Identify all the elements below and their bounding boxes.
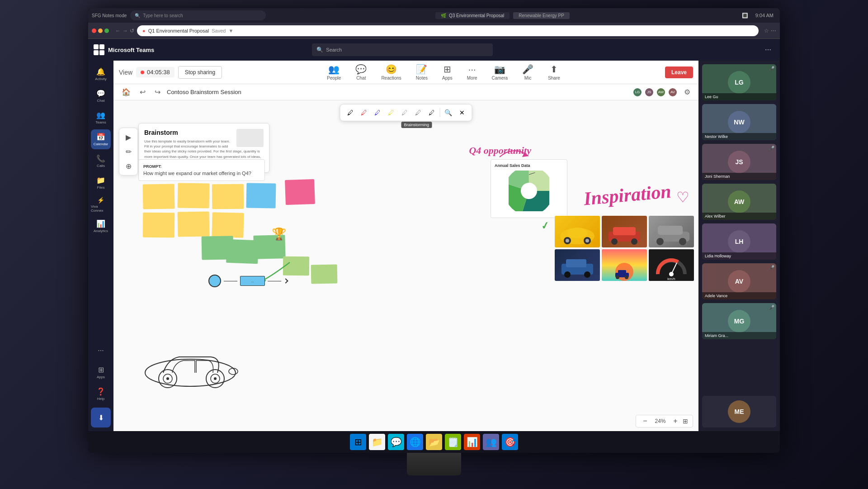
- taskbar-ppt-btn[interactable]: 📊: [464, 434, 480, 450]
- people-btn[interactable]: 👥 People: [323, 62, 344, 82]
- nav-redo-btn[interactable]: ↪: [152, 87, 163, 97]
- participant-card-lee-gu[interactable]: LG Lee Gu 🎤: [702, 64, 776, 100]
- taskbar-teams-btn[interactable]: 👥: [483, 434, 499, 450]
- participant-card-nestor[interactable]: NW Nestor Wilke: [702, 104, 776, 140]
- nav-home-btn[interactable]: 🏠: [119, 87, 133, 97]
- browser-close-btn[interactable]: [92, 28, 96, 33]
- taskbar-chat-btn[interactable]: 💬: [388, 434, 404, 450]
- notes-btn[interactable]: 📝 Notes: [412, 62, 431, 82]
- share-btn[interactable]: ⬆ Share: [544, 62, 564, 82]
- more-btn[interactable]: ··· More: [463, 62, 481, 82]
- sticky-lime-2[interactable]: [311, 264, 338, 284]
- sidebar-item-calendar[interactable]: 📅 Calendar: [91, 129, 111, 149]
- sidebar-item-calls[interactable]: 📞 Calls: [91, 151, 111, 171]
- sidebar-item-viva[interactable]: ⚡ Viva Connex: [91, 195, 111, 214]
- windows-search-bar[interactable]: 🔍 Type here to search: [130, 10, 266, 20]
- taskbar-extra-btn[interactable]: 🎯: [502, 434, 518, 450]
- tool-pen-dark[interactable]: 🖊: [426, 107, 437, 118]
- sidebar-item-more[interactable]: ···: [91, 341, 111, 361]
- sidebar-item-files[interactable]: 📁 Files: [91, 173, 111, 193]
- teams-settings-btn[interactable]: ⋯: [762, 43, 774, 56]
- win-minimize[interactable]: 🔳: [739, 12, 751, 19]
- sidebar-item-apps[interactable]: ⊞ Apps: [91, 362, 111, 382]
- browser-max-btn[interactable]: [104, 28, 109, 33]
- sidebar-download-item[interactable]: ⬇: [91, 408, 111, 427]
- sticky-yellow-3[interactable]: [212, 184, 244, 209]
- tool-pen-light[interactable]: 🖊: [399, 107, 410, 118]
- chat-btn[interactable]: 💬 Chat: [352, 62, 370, 82]
- tool-pen-black[interactable]: 🖊: [345, 107, 356, 118]
- browser-tab-1[interactable]: 🌿 Q3 Environmental Proposal: [435, 12, 509, 19]
- sidebar-item-activity[interactable]: 🔔 Activity: [91, 64, 111, 84]
- sidebar-item-analytics[interactable]: 📊 Analytics: [91, 216, 111, 236]
- wb-avatar-1: LG: [632, 87, 642, 97]
- tool-pencil[interactable]: ✏: [122, 145, 135, 158]
- sticky-yellow-4[interactable]: [143, 213, 175, 238]
- win-controls[interactable]: 🔳 9:04 AM: [739, 12, 776, 19]
- zoom-out-btn[interactable]: −: [641, 417, 650, 425]
- zoom-in-btn[interactable]: +: [671, 417, 680, 425]
- svg-point-24: [584, 271, 590, 278]
- camera-btn[interactable]: 📷 Camera: [488, 62, 512, 82]
- participant-card-joni[interactable]: JS Joni Sherman 🎤: [702, 144, 776, 180]
- mic-btn[interactable]: 🎤 Mic: [519, 62, 537, 82]
- taskbar-folder-btn[interactable]: 📂: [426, 434, 442, 450]
- car-img-vintage: [649, 216, 694, 247]
- browser-reload[interactable]: ↺: [130, 28, 134, 34]
- sales-chart[interactable]: Annual Sales Data: [491, 159, 567, 218]
- participant-name-adele: Adele Vance: [702, 292, 776, 299]
- tool-pen-yellow[interactable]: 🖊: [386, 107, 396, 118]
- sticky-pink-1[interactable]: [285, 179, 315, 205]
- view-btn[interactable]: View: [119, 69, 132, 76]
- sticky-yellow-1[interactable]: [143, 184, 175, 209]
- flow-box: ...: [240, 276, 265, 286]
- tool-search[interactable]: 🔍: [443, 107, 454, 118]
- tool-pen-blue[interactable]: 🖊: [372, 107, 383, 118]
- leave-button[interactable]: Leave: [665, 66, 693, 78]
- sticky-yellow-5[interactable]: [178, 211, 210, 237]
- taskbar-files-btn[interactable]: 📁: [369, 434, 385, 450]
- tool-pen-red[interactable]: 🖊: [359, 107, 369, 118]
- tool-arrow[interactable]: ▶: [122, 131, 135, 143]
- avatar-miriam: MG: [728, 310, 750, 332]
- reactions-btn[interactable]: 😊 Reactions: [377, 62, 405, 82]
- sidebar-item-chat[interactable]: 💬 Chat: [91, 86, 111, 106]
- browser-tab-2[interactable]: Renewable Energy PP: [513, 12, 570, 19]
- svg-point-43: [229, 368, 238, 375]
- zoom-fit-btn[interactable]: ⊞: [683, 418, 688, 425]
- taskbar-windows-btn[interactable]: ⊞: [350, 434, 366, 450]
- sidebar-item-help[interactable]: ❓ Help: [91, 384, 111, 404]
- sticky-yellow-6[interactable]: [212, 212, 244, 238]
- participant-name-alex: Alex Wilber: [702, 213, 776, 220]
- wb-settings-btn[interactable]: ⚙: [681, 87, 693, 97]
- whiteboard-avatars: LG JS AW AV: [632, 87, 678, 97]
- browser-settings[interactable]: ⋯: [771, 28, 776, 34]
- browser-back[interactable]: ←: [115, 28, 121, 34]
- whiteboard-canvas[interactable]: 🖊 🖊 🖊 🖊 🖊 🖊 🖊 🔍 ✕ Brainstorming: [113, 100, 698, 431]
- sticky-yellow-2[interactable]: [178, 183, 210, 208]
- browser-bookmark[interactable]: ☆: [764, 28, 769, 34]
- participant-card-alex[interactable]: AW Alex Wilber: [702, 184, 776, 220]
- participant-card-miriam[interactable]: MG Miriam Gra... 🎤: [702, 303, 776, 339]
- nav-undo-btn[interactable]: ↩: [137, 87, 148, 97]
- stop-sharing-button[interactable]: Stop sharing: [178, 66, 222, 79]
- prompt-card[interactable]: PROMPT: How might we expand our market o…: [138, 159, 265, 181]
- taskbar-browser-btn[interactable]: 🌐: [407, 434, 423, 450]
- participant-card-lidia[interactable]: LH Lidia Holloway: [702, 223, 776, 260]
- browser-forward[interactable]: →: [123, 28, 128, 34]
- tool-pen-gray[interactable]: 🖊: [413, 107, 424, 118]
- tool-add[interactable]: ⊕: [122, 160, 135, 172]
- browser-min-btn[interactable]: [98, 28, 103, 33]
- apps-btn[interactable]: ⊞ Apps: [439, 62, 456, 82]
- tool-tooltip: Brainstorming: [401, 122, 432, 128]
- whiteboard-title: Contoso Brainstorm Session: [167, 89, 629, 95]
- tool-close[interactable]: ✕: [457, 107, 467, 118]
- sidebar-item-teams[interactable]: 👥 Teams: [91, 108, 111, 128]
- svg-rect-28: [618, 270, 626, 275]
- taskbar-onenote-btn[interactable]: 🗒️: [445, 434, 461, 450]
- svg-point-4: [513, 175, 545, 207]
- avatar-lee-gu: LG: [728, 71, 750, 94]
- sticky-blue-1[interactable]: [246, 183, 276, 208]
- teams-search-bar[interactable]: 🔍 Search: [312, 43, 493, 56]
- participant-card-adele[interactable]: AV Adele Vance 🎤: [702, 263, 776, 299]
